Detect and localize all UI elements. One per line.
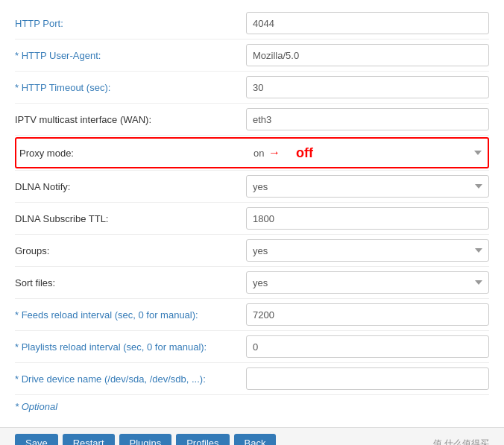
drive-device-name-input[interactable] [246, 367, 489, 390]
form-container: HTTP Port: * HTTP User-Agent: * HTTP Tim… [0, 0, 504, 427]
playlists-reload-interval-row: * Playlists reload interval (sec, 0 for … [15, 331, 489, 362]
dlna-subscribe-ttl-label: DLNA Subscribe TTL: [15, 213, 246, 224]
drive-device-name-row: * Drive device name (/dev/sda, /dev/sdb,… [15, 363, 489, 394]
http-port-input[interactable] [246, 12, 489, 34]
proxy-mode-label: Proxy mode: [16, 148, 248, 159]
watermark: 值 什么值得买 [433, 437, 489, 445]
dlna-notify-select[interactable]: yes no [246, 175, 489, 198]
groups-row: Groups: yes no [15, 235, 489, 266]
restart-button[interactable]: Restart [63, 434, 115, 445]
drive-device-name-label: * Drive device name (/dev/sda, /dev/sdb,… [15, 373, 246, 385]
dlna-subscribe-ttl-row: DLNA Subscribe TTL: [15, 203, 489, 234]
iptv-multicast-label: IPTV multicast interface (WAN): [15, 114, 246, 125]
http-port-row: HTTP Port: [15, 7, 489, 39]
plugins-button[interactable]: Plugins [119, 434, 172, 445]
playlists-reload-interval-input[interactable] [246, 335, 489, 358]
sort-files-row: Sort files: yes no [15, 267, 489, 298]
playlists-reload-interval-label: * Playlists reload interval (sec, 0 for … [15, 341, 246, 353]
save-button[interactable]: Save [15, 434, 58, 445]
http-user-agent-label: * HTTP User-Agent: [15, 50, 246, 61]
optional-note: * Optional [15, 395, 489, 420]
groups-label: Groups: [15, 245, 246, 256]
sort-files-label: Sort files: [15, 277, 246, 288]
groups-select[interactable]: yes no [246, 239, 489, 262]
iptv-multicast-row: IPTV multicast interface (WAN): [15, 104, 489, 135]
feeds-reload-interval-input[interactable] [246, 303, 489, 326]
http-port-label: HTTP Port: [15, 18, 246, 29]
proxy-mode-select[interactable]: on off [248, 142, 488, 164]
http-timeout-input[interactable] [246, 76, 489, 98]
dlna-notify-row: DLNA Notify: yes no [15, 171, 489, 202]
feeds-reload-interval-label: * Feeds reload interval (sec, 0 for manu… [15, 309, 246, 321]
back-button[interactable]: Back [234, 434, 277, 445]
dlna-subscribe-ttl-input[interactable] [246, 207, 489, 230]
feeds-reload-interval-row: * Feeds reload interval (sec, 0 for manu… [15, 299, 489, 330]
http-user-agent-row: * HTTP User-Agent: [15, 40, 489, 71]
iptv-multicast-input[interactable] [246, 108, 489, 130]
proxy-mode-row: Proxy mode: on → off on off [15, 137, 489, 168]
profiles-button[interactable]: Profiles [176, 434, 229, 445]
dlna-notify-label: DLNA Notify: [15, 181, 246, 192]
http-user-agent-input[interactable] [246, 44, 489, 66]
sort-files-select[interactable]: yes no [246, 271, 489, 294]
proxy-select-wrapper: on → off on off [248, 142, 488, 164]
http-timeout-label: * HTTP Timeout (sec): [15, 82, 246, 93]
footer-bar: Save Restart Plugins Profiles Back 值 什么值… [0, 427, 504, 445]
http-timeout-row: * HTTP Timeout (sec): [15, 72, 489, 103]
